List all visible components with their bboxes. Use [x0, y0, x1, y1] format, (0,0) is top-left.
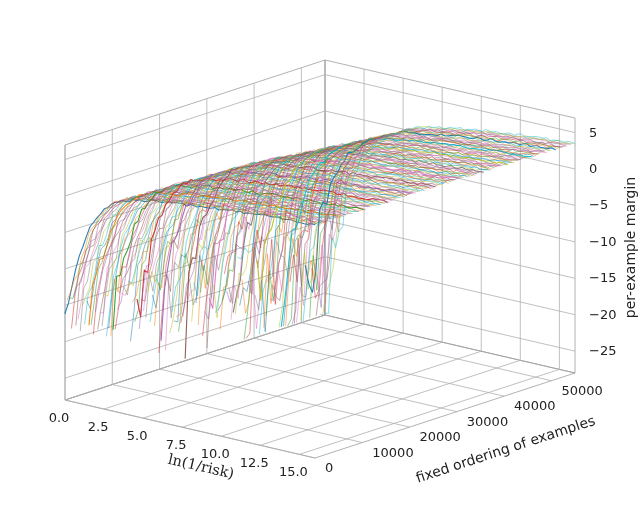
y-tick-label: 40000 [514, 398, 555, 413]
z-axis-label: per-example margin [622, 177, 638, 319]
x-tick-label: 15.0 [279, 464, 308, 479]
z-tick-label: −20 [589, 307, 616, 322]
y-tick-label: 0 [325, 460, 333, 475]
y-tick-label: 20000 [420, 429, 461, 444]
z-tick-label: −15 [589, 270, 616, 285]
z-tick-label: −25 [589, 343, 616, 358]
z-tick-label: 5 [589, 125, 597, 140]
x-tick-label: 2.5 [88, 419, 109, 434]
x-tick-label: 0.0 [49, 410, 70, 425]
x-tick-label: 12.5 [240, 455, 269, 470]
y-tick-label: 50000 [561, 383, 602, 398]
z-tick-label: 0 [589, 161, 597, 176]
y-tick-label: 10000 [372, 445, 413, 460]
chart-3d: 0.02.55.07.510.012.515.00100002000030000… [0, 0, 640, 514]
x-tick-label: 7.5 [166, 437, 187, 452]
x-tick-label: 5.0 [127, 428, 148, 443]
z-tick-label: −10 [589, 234, 616, 249]
y-tick-label: 30000 [467, 414, 508, 429]
z-tick-label: −5 [589, 197, 608, 212]
